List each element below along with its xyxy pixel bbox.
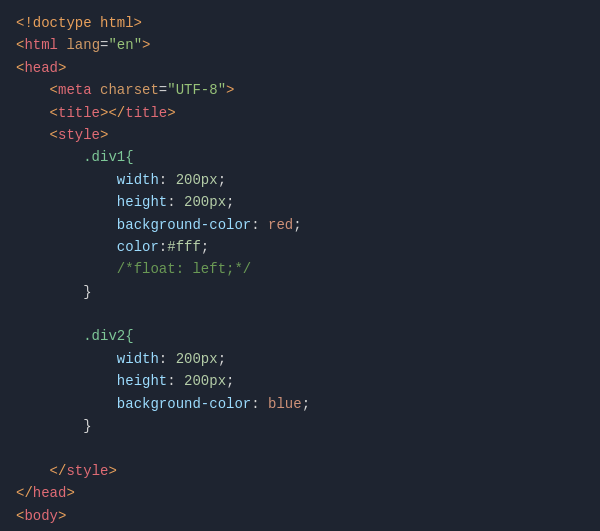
code-token: : [159, 169, 176, 191]
code-token: color [117, 236, 159, 258]
code-token: title [125, 102, 167, 124]
code-token: < [16, 124, 58, 146]
code-token: ; [302, 393, 310, 415]
code-token: ; [218, 348, 226, 370]
code-token: height [117, 191, 167, 213]
code-token: style [66, 460, 108, 482]
code-token: "div1" [142, 527, 192, 531]
code-line: height: 200px; [16, 191, 584, 213]
code-line: <title></title> [16, 102, 584, 124]
code-line: </head> [16, 482, 584, 504]
code-token: background-color [117, 214, 251, 236]
code-token: .div2{ [83, 325, 133, 347]
code-token [92, 79, 100, 101]
code-token: #fff [167, 236, 201, 258]
code-token: </ [16, 482, 33, 504]
code-token [16, 236, 117, 258]
code-token: ; [226, 191, 234, 213]
code-token: head [24, 57, 58, 79]
code-line: .div2{ [16, 325, 584, 347]
code-token: 200px [184, 370, 226, 392]
code-token [58, 34, 66, 56]
code-token: > [167, 102, 175, 124]
code-token: : [159, 348, 176, 370]
code-token [83, 527, 91, 531]
code-line: width: 200px; [16, 169, 584, 191]
code-line: .div1{ [16, 146, 584, 168]
code-token: <!doctype html> [16, 12, 142, 34]
code-editor: <!doctype html><html lang="en"><head> <m… [0, 0, 600, 531]
code-line: </style> [16, 460, 584, 482]
code-token [16, 169, 117, 191]
code-token [16, 258, 117, 280]
code-token: : [251, 214, 268, 236]
code-token [16, 370, 117, 392]
code-token: = [100, 34, 108, 56]
code-token: background-color [117, 393, 251, 415]
code-token: : [251, 393, 268, 415]
code-token: } [16, 281, 92, 303]
code-token: > [66, 482, 74, 504]
code-token: < [16, 505, 24, 527]
code-token: .div1{ [83, 146, 133, 168]
code-token: = [159, 79, 167, 101]
code-token: title [58, 102, 100, 124]
code-token: < [16, 79, 58, 101]
code-token: body [24, 505, 58, 527]
code-line: <div class="div1"> [16, 527, 584, 531]
code-token: class [92, 527, 134, 531]
code-token: 200px [184, 191, 226, 213]
code-token [16, 348, 117, 370]
code-line: height: 200px; [16, 370, 584, 392]
code-line: width: 200px; [16, 348, 584, 370]
code-token: div [58, 527, 83, 531]
code-line: } [16, 281, 584, 303]
code-token: ; [201, 236, 209, 258]
code-line: /*float: left;*/ [16, 258, 584, 280]
code-token [16, 191, 117, 213]
code-token: ; [218, 169, 226, 191]
code-token: > [58, 57, 66, 79]
code-token [16, 393, 117, 415]
code-token: head [33, 482, 67, 504]
code-token: > [192, 527, 200, 531]
code-token: > [108, 460, 116, 482]
code-token: </ [16, 460, 66, 482]
code-line [16, 303, 584, 325]
code-token: html [24, 34, 58, 56]
code-line: color:#fff; [16, 236, 584, 258]
code-token: height [117, 370, 167, 392]
code-line: } [16, 415, 584, 437]
code-token: width [117, 348, 159, 370]
code-token: "UTF-8" [167, 79, 226, 101]
code-token [16, 325, 83, 347]
code-token: "en" [108, 34, 142, 56]
code-token: : [167, 191, 184, 213]
code-line: <body> [16, 505, 584, 527]
code-token [16, 214, 117, 236]
code-token: red [268, 214, 293, 236]
code-token: ; [226, 370, 234, 392]
code-token: > [142, 34, 150, 56]
code-line: <!doctype html> [16, 12, 584, 34]
code-token: 200px [176, 169, 218, 191]
code-token: : [159, 236, 167, 258]
code-line: <html lang="en"> [16, 34, 584, 56]
code-token: charset [100, 79, 159, 101]
code-line: <head> [16, 57, 584, 79]
code-token: blue [268, 393, 302, 415]
code-token: = [134, 527, 142, 531]
code-line: background-color: red; [16, 214, 584, 236]
code-token: < [16, 527, 58, 531]
code-token: > [100, 124, 108, 146]
code-line: <meta charset="UTF-8"> [16, 79, 584, 101]
code-token [16, 146, 83, 168]
code-token: /*float: left;*/ [117, 258, 251, 280]
code-token: < [16, 102, 58, 124]
code-token: 200px [176, 348, 218, 370]
code-token: ; [293, 214, 301, 236]
code-line [16, 437, 584, 459]
code-token: width [117, 169, 159, 191]
code-token: ></ [100, 102, 125, 124]
code-token: > [226, 79, 234, 101]
